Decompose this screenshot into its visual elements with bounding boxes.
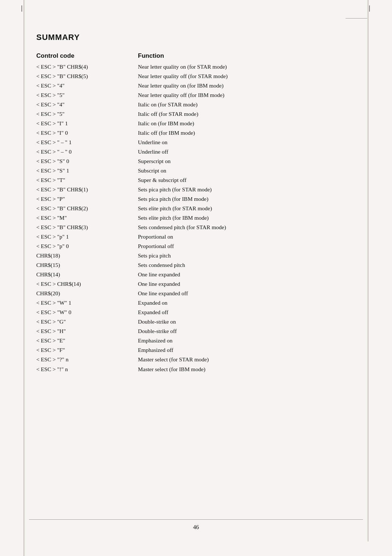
- table-header: Control code Function: [36, 52, 363, 60]
- cell-func: Underline off: [138, 147, 363, 156]
- cell-code: < ESC > "?" n: [36, 355, 138, 364]
- table-row: < ESC > "B" CHR$(3)Sets condensed pitch …: [36, 223, 363, 232]
- cell-func: Italic off (for STAR mode): [138, 110, 363, 118]
- cell-code: CHR$(20): [36, 289, 138, 298]
- cell-code: < ESC > "B" CHR$(2): [36, 204, 138, 213]
- table-row: < ESC > "T"Super & subscript off: [36, 176, 363, 184]
- table-row: < ESC > "4"Italic on (for STAR mode): [36, 100, 363, 109]
- cell-func: Underline on: [138, 138, 363, 147]
- table-row: < ESC > "S" 0Superscript on: [36, 157, 363, 166]
- table-row: CHR$(15)Sets condensed pitch: [36, 261, 363, 269]
- table-row: < ESC > "B" CHR$(2)Sets elite pitch (for…: [36, 204, 363, 213]
- cell-func: Italic off (for IBM mode): [138, 129, 363, 137]
- cell-code: < ESC > "4": [36, 100, 138, 109]
- cell-code: < ESC > "G": [36, 317, 138, 326]
- table-row: CHR$(20)One line expanded off: [36, 289, 363, 298]
- table-row: < ESC > "S" 1Subscript on: [36, 166, 363, 175]
- cell-code: < ESC > "T": [36, 176, 138, 184]
- table-row: < ESC > "p" 1Proportional on: [36, 232, 363, 241]
- cell-func: Sets pica pitch: [138, 251, 363, 260]
- cell-func: Sets condensed pitch: [138, 261, 363, 269]
- cell-code: < ESC > "!" n: [36, 365, 138, 374]
- cell-code: < ESC > "E": [36, 336, 138, 345]
- top-rule-right: [346, 18, 367, 19]
- cell-func: Proportional on: [138, 232, 363, 241]
- page-number: 46: [193, 524, 199, 531]
- cell-code: < ESC > "B" CHR$(4): [36, 62, 138, 71]
- cell-code: < ESC > "B" CHR$(3): [36, 223, 138, 232]
- cell-func: Super & subscript off: [138, 176, 363, 184]
- cell-func: Double-strike off: [138, 327, 363, 336]
- cell-code: < ESC > "5": [36, 110, 138, 118]
- cell-func: Double-strike on: [138, 317, 363, 326]
- cell-func: Expanded off: [138, 308, 363, 317]
- cell-func: Sets pica pitch (for IBM mode): [138, 195, 363, 203]
- cell-code: < ESC > " – " 0: [36, 147, 138, 156]
- cell-func: Italic on (for IBM mode): [138, 119, 363, 128]
- cell-code: < ESC > CHR$(14): [36, 280, 138, 288]
- cell-func: Sets condensed pitch (for STAR mode): [138, 223, 363, 232]
- table-row: < ESC > "I" 0Italic off (for IBM mode): [36, 129, 363, 137]
- cell-func: Subscript on: [138, 166, 363, 175]
- cell-code: < ESC > "W" 0: [36, 308, 138, 317]
- cell-func: Near letter quality off (for STAR mode): [138, 72, 363, 81]
- cell-code: CHR$(18): [36, 251, 138, 260]
- table-row: < ESC > "I" 1Italic on (for IBM mode): [36, 119, 363, 128]
- cell-func: Near letter quality on (for IBM mode): [138, 81, 363, 90]
- table-rows: < ESC > "B" CHR$(4)Near letter quality o…: [36, 62, 363, 374]
- cell-func: One line expanded: [138, 280, 363, 288]
- table-row: < ESC > "G"Double-strike on: [36, 317, 363, 326]
- cell-code: < ESC > "S" 0: [36, 157, 138, 166]
- cell-func: Sets pica pitch (for STAR mode): [138, 185, 363, 194]
- cell-code: CHR$(14): [36, 270, 138, 279]
- cell-code: < ESC > "B" CHR$(1): [36, 185, 138, 194]
- table-row: < ESC > "B" CHR$(4)Near letter quality o…: [36, 62, 363, 71]
- col-func-header: Function: [138, 52, 363, 60]
- cell-func: Proportional off: [138, 242, 363, 251]
- cell-func: Near letter quality off (for IBM mode): [138, 91, 363, 100]
- cell-code: < ESC > "4": [36, 81, 138, 90]
- cell-func: Sets elite pitch (for IBM mode): [138, 214, 363, 222]
- cell-code: < ESC > "P": [36, 195, 138, 203]
- cell-code: < ESC > "p" 0: [36, 242, 138, 251]
- cell-code: < ESC > "S" 1: [36, 166, 138, 175]
- page-title: SUMMARY: [36, 33, 363, 42]
- table-row: CHR$(14)One line expanded: [36, 270, 363, 279]
- table-row: < ESC > "?" nMaster select (for STAR mod…: [36, 355, 363, 364]
- cell-code: < ESC > "H": [36, 327, 138, 336]
- cell-func: Expanded on: [138, 299, 363, 307]
- table-row: < ESC > "P"Sets pica pitch (for IBM mode…: [36, 195, 363, 203]
- table-row: < ESC > "B" CHR$(5)Near letter quality o…: [36, 72, 363, 81]
- table-row: < ESC > "4"Near letter quality on (for I…: [36, 81, 363, 90]
- cell-func: Master select (for IBM mode): [138, 365, 363, 374]
- cell-func: Sets elite pitch (for STAR mode): [138, 204, 363, 213]
- table-row: < ESC > "W" 0Expanded off: [36, 308, 363, 317]
- cell-func: Emphasized off: [138, 346, 363, 354]
- corner-mark-top-left: |: [21, 4, 23, 12]
- cell-code: < ESC > "I" 0: [36, 129, 138, 137]
- cell-code: < ESC > "M": [36, 214, 138, 222]
- table-row: < ESC > " – " 1Underline on: [36, 138, 363, 147]
- corner-mark-top-right: |: [369, 4, 370, 12]
- cell-code: < ESC > "p" 1: [36, 232, 138, 241]
- table-row: < ESC > "H"Double-strike off: [36, 327, 363, 336]
- cell-code: < ESC > "W" 1: [36, 299, 138, 307]
- cell-code: < ESC > "F": [36, 346, 138, 354]
- table-row: < ESC > "F"Emphasized off: [36, 346, 363, 354]
- table-row: < ESC > "M"Sets elite pitch (for IBM mod…: [36, 214, 363, 222]
- bottom-rule: [29, 519, 363, 520]
- table-row: < ESC > "E"Emphasized on: [36, 336, 363, 345]
- cell-code: CHR$(15): [36, 261, 138, 269]
- table-row: < ESC > "5"Near letter quality off (for …: [36, 91, 363, 100]
- cell-func: One line expanded off: [138, 289, 363, 298]
- cell-func: Superscript on: [138, 157, 363, 166]
- cell-func: Italic on (for STAR mode): [138, 100, 363, 109]
- cell-func: Master select (for STAR mode): [138, 355, 363, 364]
- table-row: CHR$(18)Sets pica pitch: [36, 251, 363, 260]
- table-row: < ESC > "B" CHR$(1)Sets pica pitch (for …: [36, 185, 363, 194]
- col-code-header: Control code: [36, 52, 138, 60]
- page: | | SUMMARY Control code Function < ESC …: [0, 0, 392, 556]
- cell-code: < ESC > "I" 1: [36, 119, 138, 128]
- cell-func: Emphasized on: [138, 336, 363, 345]
- table-row: < ESC > " – " 0Underline off: [36, 147, 363, 156]
